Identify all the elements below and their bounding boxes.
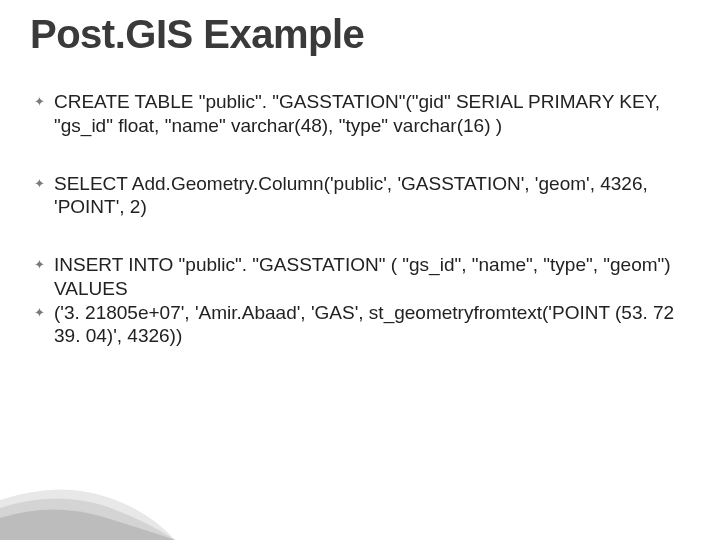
bullet-text: INSERT INTO "public". "GASSTATION" ( "gs… (54, 253, 680, 301)
bullet-item: ✦ SELECT Add.Geometry.Column('public', '… (34, 172, 680, 220)
bullet-mark-icon: ✦ (34, 253, 54, 273)
bullet-item: ✦ INSERT INTO "public". "GASSTATION" ( "… (34, 253, 680, 301)
bullet-item: ✦ ('3. 21805e+07', 'Amir.Abaad', 'GAS', … (34, 301, 680, 349)
slide-title: Post.GIS Example (30, 12, 364, 57)
bullet-mark-icon: ✦ (34, 301, 54, 321)
slide-content: ✦ CREATE TABLE "public". "GASSTATION"("g… (34, 90, 680, 382)
bullet-mark-icon: ✦ (34, 172, 54, 192)
bullet-text: SELECT Add.Geometry.Column('public', 'GA… (54, 172, 680, 220)
brush-stroke-icon (0, 470, 180, 540)
slide-accent-decoration (0, 470, 180, 540)
slide: Post.GIS Example ✦ CREATE TABLE "public"… (0, 0, 720, 540)
bullet-item: ✦ CREATE TABLE "public". "GASSTATION"("g… (34, 90, 680, 138)
bullet-mark-icon: ✦ (34, 90, 54, 110)
bullet-text: ('3. 21805e+07', 'Amir.Abaad', 'GAS', st… (54, 301, 680, 349)
bullet-text: CREATE TABLE "public". "GASSTATION"("gid… (54, 90, 680, 138)
